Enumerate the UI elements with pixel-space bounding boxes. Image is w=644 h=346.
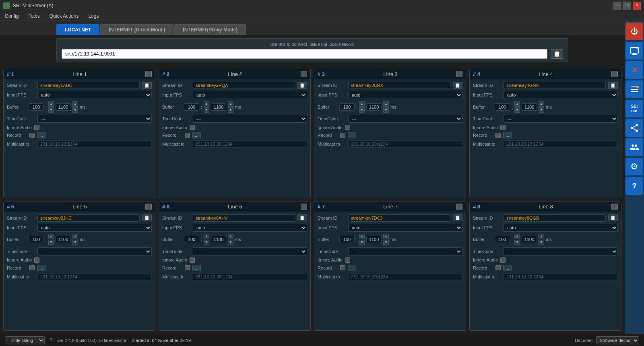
close-button[interactable]: ✕ [633, 2, 641, 10]
copy-stream-id-button-5[interactable]: 📋 [142, 214, 152, 221]
help-button[interactable]: ? [625, 177, 643, 195]
buffer-min-input-7[interactable] [339, 236, 355, 243]
buffer-max2-down-4[interactable]: ▼ [539, 107, 544, 113]
buffer-max-input-6[interactable] [211, 236, 226, 243]
buffer-min-input-5[interactable] [29, 236, 44, 243]
timecode-select-6[interactable]: --- [193, 247, 307, 255]
tab-internet-proxy[interactable]: INTERNET(Proxy Mode) [174, 24, 246, 35]
ignore-audio-checkbox-1[interactable] [34, 125, 39, 130]
buffer-max2-down-1[interactable]: ▼ [72, 107, 78, 113]
fps-select-4[interactable]: auto [504, 91, 618, 99]
power-button[interactable]: ⏻ [625, 23, 643, 40]
buffer-min-input-1[interactable] [29, 103, 44, 111]
fps-select-6[interactable]: auto [193, 224, 307, 232]
maximize-button[interactable]: □ [623, 2, 631, 10]
buffer-max2-up-8[interactable]: ▲ [539, 234, 544, 239]
buffer-max-input-5[interactable] [56, 236, 71, 243]
fps-select-7[interactable]: auto [348, 224, 462, 232]
buffer-max-up-5[interactable]: ▲ [48, 234, 54, 239]
tab-internet-direct[interactable]: INTERNET (Direct Mode) [100, 24, 173, 35]
buffer-max-up-2[interactable]: ▲ [204, 101, 209, 107]
timecode-select-2[interactable]: --- [193, 115, 307, 123]
decoder-select[interactable]: Software decod [596, 336, 639, 344]
timecode-select-7[interactable]: --- [348, 247, 462, 255]
sdi-out-button[interactable]: SDIout [625, 100, 643, 117]
buffer-max-down-3[interactable]: ▼ [359, 107, 365, 113]
buffer-max2-up-6[interactable]: ▲ [228, 234, 233, 239]
menu-tools[interactable]: Tools [27, 12, 41, 20]
buffer-max-down-8[interactable]: ▼ [514, 240, 520, 245]
buffer-max-down-4[interactable]: ▼ [514, 107, 520, 113]
menu-list-button[interactable] [625, 80, 643, 98]
buffer-max2-down-5[interactable]: ▼ [72, 240, 78, 245]
buffer-max-down-1[interactable]: ▼ [48, 107, 54, 113]
connection-url-input[interactable] [62, 49, 547, 59]
buffer-min-input-3[interactable] [339, 103, 355, 111]
settings-button[interactable]: ⚙ [625, 158, 643, 175]
buffer-max2-up-7[interactable]: ▲ [383, 234, 389, 239]
buffer-max-input-1[interactable] [56, 103, 71, 111]
buffer-max2-up-2[interactable]: ▲ [228, 101, 233, 107]
ignore-audio-checkbox-6[interactable] [190, 257, 195, 263]
record-button-7[interactable]: ... [348, 265, 356, 271]
buffer-max-input-3[interactable] [366, 103, 382, 111]
buffer-max2-down-2[interactable]: ▼ [228, 107, 233, 113]
help-icon[interactable]: ? [50, 337, 52, 343]
timecode-select-5[interactable]: --- [37, 247, 152, 255]
copy-stream-id-button-3[interactable]: 📋 [453, 82, 462, 89]
copy-stream-id-button-6[interactable]: 📋 [297, 214, 307, 221]
ignore-audio-checkbox-8[interactable] [500, 257, 506, 263]
timecode-select-4[interactable]: --- [504, 115, 618, 123]
ignore-audio-checkbox-4[interactable] [500, 125, 506, 130]
close-x-button[interactable]: ✕ [625, 61, 643, 79]
record-button-8[interactable]: ... [503, 265, 512, 271]
buffer-max-up-7[interactable]: ▲ [359, 234, 365, 239]
buffer-max2-up-1[interactable]: ▲ [72, 101, 78, 107]
record-button-2[interactable]: ... [192, 132, 201, 138]
buffer-min-input-6[interactable] [184, 236, 199, 243]
copy-stream-id-button-2[interactable]: 📋 [297, 82, 307, 89]
buffer-min-input-8[interactable] [495, 236, 510, 243]
slide-listing-select[interactable]: --slide listing-- [5, 336, 45, 344]
buffer-max-down-7[interactable]: ▼ [359, 240, 365, 245]
buffer-max-up-3[interactable]: ▲ [359, 101, 365, 107]
copy-stream-id-button-1[interactable]: 📋 [142, 82, 152, 89]
fps-select-3[interactable]: auto [348, 91, 462, 99]
fps-select-2[interactable]: auto [193, 91, 307, 99]
copy-stream-id-button-4[interactable]: 📋 [608, 82, 618, 89]
copy-stream-id-button-7[interactable]: 📋 [453, 214, 462, 221]
timecode-select-3[interactable]: --- [348, 115, 462, 123]
buffer-max-up-6[interactable]: ▲ [204, 234, 209, 239]
buffer-max2-down-3[interactable]: ▼ [383, 107, 389, 113]
copy-url-button[interactable]: 📋 [551, 49, 563, 59]
fps-select-8[interactable]: auto [504, 224, 618, 232]
users-button[interactable] [625, 138, 643, 156]
buffer-max2-up-4[interactable]: ▲ [539, 101, 544, 107]
minimize-button[interactable]: ─ [613, 2, 621, 10]
buffer-max-up-1[interactable]: ▲ [48, 101, 54, 107]
buffer-max-down-5[interactable]: ▼ [48, 240, 54, 245]
buffer-max2-up-3[interactable]: ▲ [383, 101, 389, 107]
fps-select-5[interactable]: auto [37, 224, 152, 232]
record-button-6[interactable]: ... [192, 265, 201, 271]
buffer-max2-down-7[interactable]: ▼ [383, 240, 389, 245]
buffer-max-up-8[interactable]: ▲ [514, 234, 520, 239]
buffer-max2-down-8[interactable]: ▼ [539, 240, 544, 245]
buffer-max-down-2[interactable]: ▼ [204, 107, 209, 113]
menu-quick-actions[interactable]: Quick Actions [48, 12, 80, 20]
copy-stream-id-button-8[interactable]: 📋 [608, 214, 618, 221]
ignore-audio-checkbox-2[interactable] [190, 125, 195, 130]
ignore-audio-checkbox-5[interactable] [34, 257, 39, 263]
buffer-max-input-2[interactable] [211, 103, 226, 111]
buffer-max-input-8[interactable] [522, 236, 537, 243]
timecode-select-1[interactable]: --- [37, 115, 152, 123]
record-button-5[interactable]: ... [37, 265, 45, 271]
monitor-button[interactable] [625, 42, 643, 60]
ignore-audio-checkbox-3[interactable] [345, 125, 350, 130]
timecode-select-8[interactable]: --- [504, 247, 618, 255]
buffer-max-up-4[interactable]: ▲ [514, 101, 520, 107]
buffer-max-input-4[interactable] [522, 103, 537, 111]
fps-select-1[interactable]: auto [37, 91, 152, 99]
buffer-max2-down-6[interactable]: ▼ [228, 240, 233, 245]
menu-logs[interactable]: Logs [87, 12, 100, 20]
